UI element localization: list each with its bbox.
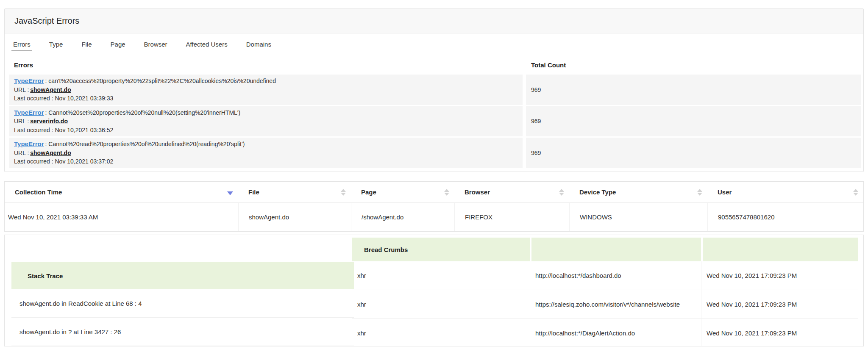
sort-desc-icon — [227, 191, 233, 195]
bread-crumb-url-cell: https://salesiq.zoho.com/visitor/v*/chan… — [530, 290, 701, 318]
errors-section: Errors Total Count TypeError: can't%20ac… — [5, 55, 863, 172]
error-occurrences-table: Collection Time File Page Browser Device… — [4, 181, 864, 232]
last-occurred-value: Nov 10,2021 03:37:02 — [55, 158, 114, 165]
error-last-occurred-line: Last occurred : Nov 10,2021 03:36:52 — [14, 126, 517, 135]
error-row-details: TypeError: can't%20access%20property%20%… — [9, 75, 523, 105]
last-occurred-value: Nov 10,2021 03:39:33 — [55, 95, 114, 102]
bread-crumbs-table: Bread Crumbs xhr http://localhost:*/dash… — [352, 238, 858, 346]
tab-bar: Errors Type File Page Browser Affected U… — [5, 33, 863, 55]
bread-crumb-url-cell: http://localhost:*/dashboard.do — [530, 261, 701, 290]
column-header-user[interactable]: User — [707, 188, 863, 196]
error-message-line: TypeError: Cannot%20read%20properties%20… — [14, 140, 517, 149]
page-title: JavaScript Errors — [14, 16, 79, 26]
error-message-line: TypeError: Cannot%20set%20properties%20o… — [14, 108, 517, 117]
column-label: Collection Time — [15, 188, 62, 196]
bread-crumb-row: xhr http://localhost:*/DiagAlertAction.d… — [352, 319, 858, 346]
collection-time-cell: Wed Nov 10, 2021 03:39:33 AM — [5, 203, 238, 231]
details-table-header: Collection Time File Page Browser Device… — [5, 182, 863, 203]
column-label: User — [718, 188, 732, 196]
tab-affected-users[interactable]: Affected Users — [184, 37, 229, 51]
sort-arrows-icon — [444, 189, 449, 196]
errors-list: TypeError: can't%20access%20property%20%… — [9, 75, 861, 168]
device-type-cell: WINDOWS — [569, 203, 707, 231]
error-detail-panel: Stack Trace showAgent.do in ReadCookie a… — [4, 235, 864, 346]
url-label: URL : — [14, 86, 29, 93]
tab-file[interactable]: File — [80, 37, 93, 51]
error-message: : can't%20access%20property%20%22split%2… — [45, 78, 276, 84]
tab-type[interactable]: Type — [47, 37, 65, 51]
tab-errors[interactable]: Errors — [11, 37, 32, 51]
bread-crumbs-header: Bread Crumbs — [352, 238, 858, 261]
table-row[interactable]: Wed Nov 10, 2021 03:39:33 AM showAgent.d… — [5, 203, 863, 231]
bread-crumb-url-cell: http://localhost:*/DiagAlertAction.do — [530, 319, 701, 346]
sort-arrows-icon — [559, 189, 564, 196]
total-count-column-header: Total Count — [526, 61, 861, 69]
column-label: Browser — [465, 188, 490, 196]
stack-trace-row: showAgent.do in ? at Line 3427 : 26 — [11, 318, 354, 346]
tab-page[interactable]: Page — [109, 37, 127, 51]
error-message: : Cannot%20set%20properties%20of%20null%… — [45, 109, 241, 116]
bread-crumbs-title-cell: Bread Crumbs — [352, 238, 530, 261]
column-label: Device Type — [579, 188, 616, 196]
column-header-device-type[interactable]: Device Type — [569, 188, 707, 196]
stack-trace-row: showAgent.do in ReadCookie at Line 68 : … — [11, 289, 354, 318]
column-header-file[interactable]: File — [238, 188, 351, 196]
error-row-details: TypeError: Cannot%20set%20properties%20o… — [9, 106, 523, 137]
error-message: : Cannot%20read%20properties%20of%20unde… — [45, 141, 245, 147]
error-type-link[interactable]: TypeError — [14, 77, 44, 84]
errors-column-header: Errors — [9, 61, 523, 69]
column-header-browser[interactable]: Browser — [454, 188, 569, 196]
bread-crumbs-header-cell — [701, 238, 858, 261]
total-count-value: 969 — [526, 75, 861, 105]
card-header: JavaScript Errors — [5, 9, 863, 33]
error-url-link[interactable]: showAgent.do — [30, 86, 71, 93]
sort-arrows-icon — [341, 189, 346, 196]
stack-trace-entry: showAgent.do in ReadCookie at Line 68 : … — [19, 300, 142, 307]
column-header-collection-time[interactable]: Collection Time — [5, 188, 238, 196]
stack-trace-table: Stack Trace showAgent.do in ReadCookie a… — [11, 262, 354, 346]
error-type-link[interactable]: TypeError — [14, 109, 44, 116]
bread-crumbs-header-cell — [530, 238, 701, 261]
last-occurred-label: Last occurred : — [14, 158, 53, 165]
bread-crumb-time-cell: Wed Nov 10, 2021 17:09:23 PM — [701, 261, 858, 290]
error-last-occurred-line: Last occurred : Nov 10,2021 03:39:33 — [14, 94, 517, 103]
bread-crumb-time-cell: Wed Nov 10, 2021 17:09:23 PM — [701, 290, 858, 318]
column-label: Page — [361, 188, 376, 196]
url-label: URL : — [14, 150, 29, 156]
last-occurred-label: Last occurred : — [14, 95, 53, 102]
error-row-details: TypeError: Cannot%20read%20properties%20… — [9, 138, 523, 168]
sort-arrows-icon — [697, 189, 702, 196]
error-url-line: URL :serverinfo.do — [14, 117, 517, 126]
file-cell: showAgent.do — [238, 203, 351, 231]
bread-crumb-row: xhr http://localhost:*/dashboard.do Wed … — [352, 261, 858, 290]
bread-crumbs-title: Bread Crumbs — [364, 246, 408, 253]
error-url-line: URL :showAgent.do — [14, 149, 517, 158]
tab-domains[interactable]: Domains — [245, 37, 273, 51]
bread-crumb-time-cell: Wed Nov 10, 2021 17:09:23 PM — [701, 319, 858, 346]
stack-trace-title: Stack Trace — [28, 272, 63, 280]
bread-crumb-row: xhr https://salesiq.zoho.com/visitor/v*/… — [352, 290, 858, 319]
last-occurred-value: Nov 10,2021 03:36:52 — [55, 127, 114, 133]
tab-browser[interactable]: Browser — [142, 37, 169, 51]
last-occurred-label: Last occurred : — [14, 127, 53, 133]
error-message-line: TypeError: can't%20access%20property%20%… — [14, 77, 517, 86]
column-label: File — [248, 188, 259, 196]
bread-crumb-type-cell: xhr — [352, 319, 530, 346]
url-label: URL : — [14, 118, 29, 125]
total-count-value: 969 — [526, 106, 861, 137]
error-url-link[interactable]: showAgent.do — [30, 150, 71, 156]
bread-crumb-type-cell: xhr — [352, 290, 530, 318]
page-cell: /showAgent.do — [351, 203, 454, 231]
error-type-link[interactable]: TypeError — [14, 140, 44, 147]
error-last-occurred-line: Last occurred : Nov 10,2021 03:37:02 — [14, 157, 517, 166]
stack-trace-entry: showAgent.do in ? at Line 3427 : 26 — [19, 328, 121, 335]
user-cell: 9055657478801620 — [707, 203, 863, 231]
column-header-page[interactable]: Page — [351, 188, 454, 196]
error-url-line: URL :showAgent.do — [14, 86, 517, 94]
javascript-errors-card: JavaScript Errors Errors Type File Page … — [4, 8, 864, 172]
stack-trace-header: Stack Trace — [11, 262, 354, 289]
total-count-value: 969 — [526, 138, 861, 168]
errors-list-header: Errors Total Count — [9, 55, 861, 75]
browser-cell: FIREFOX — [454, 203, 569, 231]
error-url-link[interactable]: serverinfo.do — [30, 118, 68, 125]
